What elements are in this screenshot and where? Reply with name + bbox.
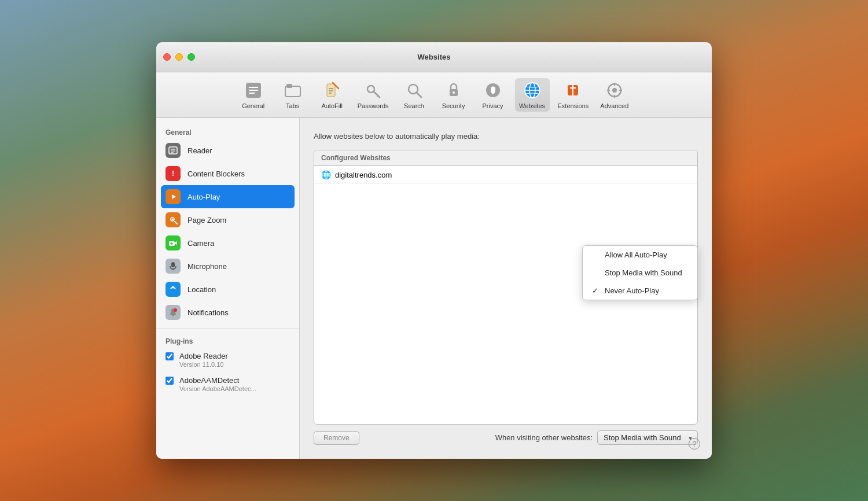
toolbar-websites-label: Websites — [519, 102, 545, 109]
never-autoplay-checkmark: ✓ — [592, 286, 600, 295]
table-header: Configured Websites — [314, 150, 697, 166]
main-content: General Reader ! Content Blockers Auto-P… — [156, 118, 712, 459]
sidebar-plugin-aamdetect[interactable]: AdobeAAMDetect Version AdobeAAMDetec... — [156, 372, 299, 396]
sidebar-item-reader[interactable]: Reader — [156, 139, 299, 162]
adobe-reader-label: Adobe Reader — [179, 352, 228, 360]
sidebar: General Reader ! Content Blockers Auto-P… — [156, 118, 300, 459]
notifications-icon — [165, 305, 181, 320]
toolbar-item-passwords[interactable]: Passwords — [354, 78, 392, 112]
svg-rect-48 — [172, 315, 174, 316]
auto-play-label: Auto-Play — [187, 193, 220, 201]
table-row-site: 🌐 digitaltrends.com — [321, 170, 690, 179]
allow-all-label: Allow All Auto-Play — [605, 250, 667, 259]
adobe-reader-version: Version 11.0.10 — [179, 361, 228, 368]
toolbar-autofill-label: AutoFill — [321, 102, 343, 109]
passwords-icon — [363, 80, 383, 100]
toolbar-privacy-label: Privacy — [482, 102, 503, 109]
content-blockers-icon: ! — [165, 166, 181, 181]
svg-rect-6 — [327, 84, 335, 97]
page-zoom-icon: + — [165, 212, 181, 227]
svg-rect-5 — [286, 84, 292, 88]
adobe-reader-checkbox[interactable] — [165, 352, 174, 360]
svg-line-12 — [373, 91, 380, 97]
sidebar-divider — [156, 329, 299, 329]
notifications-label: Notifications — [187, 308, 229, 317]
websites-icon — [523, 80, 542, 100]
toolbar-item-autofill[interactable]: AutoFill — [315, 78, 350, 112]
content-area: Allow websites below to automatically pl… — [300, 118, 712, 459]
dropdown-item-allow-all[interactable]: Allow All Auto-Play — [583, 246, 697, 264]
sidebar-item-auto-play[interactable]: Auto-Play — [161, 185, 295, 208]
auto-play-icon — [165, 189, 181, 204]
svg-marker-43 — [175, 241, 177, 245]
setting-select[interactable]: Allow All Auto-Play Stop Media with Soun… — [597, 430, 698, 445]
toolbar-passwords-label: Passwords — [358, 102, 389, 109]
camera-icon — [165, 235, 181, 250]
microphone-label: Microphone — [187, 262, 227, 271]
svg-line-40 — [175, 222, 177, 224]
page-zoom-label: Page Zoom — [187, 216, 226, 224]
svg-point-49 — [174, 308, 177, 312]
toolbar-item-advanced[interactable]: Advanced — [597, 78, 632, 112]
toolbar-item-search[interactable]: Search — [397, 78, 432, 112]
toolbar-item-extensions[interactable]: Extensions — [554, 78, 593, 112]
maximize-button[interactable] — [187, 53, 195, 61]
sidebar-item-content-blockers[interactable]: ! Content Blockers — [156, 162, 299, 185]
extensions-icon — [563, 80, 583, 100]
sidebar-plugins-title: Plug-ins — [156, 334, 299, 348]
sidebar-item-camera[interactable]: Camera — [156, 231, 299, 255]
search-icon — [404, 80, 424, 100]
toolbar-item-websites[interactable]: Websites — [515, 78, 550, 112]
tabs-icon — [283, 80, 303, 100]
help-button[interactable]: ? — [689, 438, 700, 450]
stop-media-label: Stop Media with Sound — [605, 268, 682, 277]
site-globe-icon: 🌐 — [321, 170, 330, 179]
toolbar-extensions-label: Extensions — [558, 102, 589, 109]
autofill-icon — [322, 80, 342, 100]
minimize-button[interactable] — [175, 53, 183, 61]
toolbar-tabs-label: Tabs — [286, 102, 299, 109]
svg-text:!: ! — [172, 170, 174, 178]
aamdetect-checkbox[interactable] — [165, 377, 174, 385]
sidebar-plugin-adobe-reader[interactable]: Adobe Reader Version 11.0.10 — [156, 348, 299, 372]
toolbar-item-security[interactable]: Security — [436, 78, 471, 112]
visiting-label: When visiting other websites: — [495, 433, 593, 442]
aamdetect-label: AdobeAAMDetect — [179, 376, 256, 385]
svg-rect-1 — [249, 87, 258, 88]
title-bar: Websites — [156, 42, 712, 72]
toolbar-general-label: General — [242, 102, 264, 109]
toolbar-search-label: Search — [404, 102, 424, 109]
sidebar-item-microphone[interactable]: Microphone — [156, 255, 299, 278]
location-icon — [165, 282, 181, 297]
toolbar-item-general[interactable]: General — [236, 78, 271, 112]
svg-rect-2 — [249, 90, 258, 91]
camera-label: Camera — [187, 239, 214, 248]
sidebar-item-location[interactable]: Location — [156, 278, 299, 301]
toolbar-item-tabs[interactable]: Tabs — [275, 78, 310, 112]
close-button[interactable] — [163, 53, 171, 61]
reader-label: Reader — [187, 146, 212, 155]
svg-point-17 — [453, 91, 455, 94]
sidebar-general-title: General — [156, 125, 299, 139]
dropdown-item-never-autoplay[interactable]: ✓ Never Auto-Play — [583, 282, 697, 300]
remove-button[interactable]: Remove — [314, 431, 359, 445]
svg-point-25 — [612, 88, 617, 93]
dropdown-menu: Allow All Auto-Play Stop Media with Soun… — [582, 245, 698, 300]
svg-rect-45 — [171, 262, 175, 267]
allow-all-checkmark — [592, 250, 600, 259]
reader-icon — [165, 143, 181, 158]
aamdetect-text: AdobeAAMDetect Version AdobeAAMDetec... — [179, 376, 256, 392]
toolbar-item-privacy[interactable]: Privacy — [476, 78, 510, 112]
dropdown-item-stop-media[interactable]: Stop Media with Sound — [583, 264, 697, 282]
content-blockers-label: Content Blockers — [187, 170, 245, 178]
privacy-icon — [483, 80, 503, 100]
svg-rect-3 — [249, 93, 255, 94]
sidebar-item-notifications[interactable]: Notifications — [156, 301, 299, 324]
table-row[interactable]: 🌐 digitaltrends.com — [314, 166, 697, 184]
location-label: Location — [187, 285, 216, 294]
toolbar-security-label: Security — [442, 102, 465, 109]
sidebar-item-page-zoom[interactable]: + Page Zoom — [156, 208, 299, 231]
adobe-reader-text: Adobe Reader Version 11.0.10 — [179, 352, 228, 368]
aamdetect-version: Version AdobeAAMDetec... — [179, 385, 256, 392]
site-name: digitaltrends.com — [335, 171, 392, 179]
